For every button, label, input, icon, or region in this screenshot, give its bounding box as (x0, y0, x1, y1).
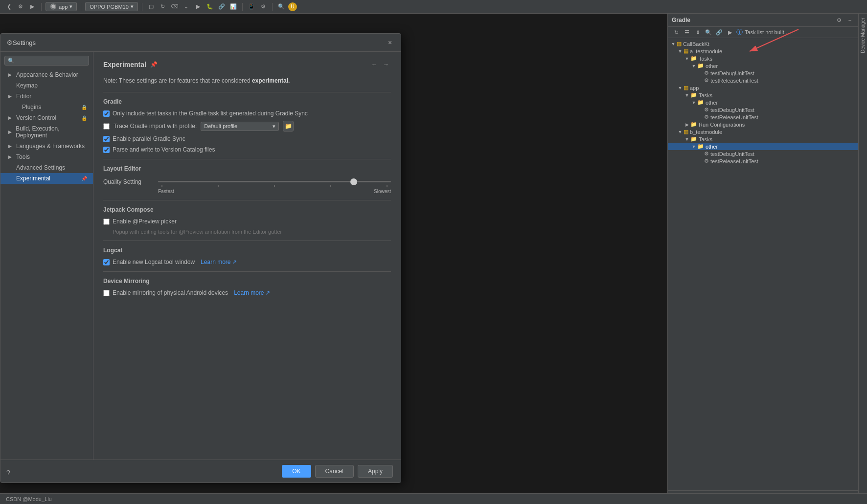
run-icon[interactable]: ▶ (27, 2, 37, 12)
expand-arrow-vc: ▶ (8, 115, 14, 120)
gradle-close-icon[interactable]: − (845, 16, 854, 24)
folder-icon-other-a: 📁 (697, 63, 704, 69)
tree-item-testDebugUnitTest-b[interactable]: ⚙ testDebugUnitTest (668, 150, 858, 157)
quality-slider[interactable] (158, 181, 391, 182)
sidebar-item-appearance[interactable]: ▶ Appearance & Behavior (0, 69, 93, 80)
tree-item-app[interactable]: ▼ ▦ app (668, 84, 858, 91)
mirroring-checkbox[interactable] (103, 290, 110, 296)
device-manager-tab[interactable]: Device Manager (860, 18, 866, 53)
trace-profile-dropdown[interactable]: Default profile ▾ (201, 122, 279, 131)
note-text: Note: These settings are for features th… (103, 77, 391, 84)
back-icon[interactable]: ❮ (4, 2, 14, 12)
sidebar-item-version-control[interactable]: ▶ Version Control 🔒 (0, 112, 93, 123)
apply-button[interactable]: Apply (358, 465, 393, 478)
logcat-learn-more-icon: ↗ (232, 259, 237, 265)
slider-ticks (158, 185, 391, 187)
tree-item-tasks-a[interactable]: ▼ 📁 Tasks (668, 55, 858, 62)
new-logcat-checkbox[interactable] (103, 259, 110, 265)
module-icon-b: ▦ (684, 129, 688, 135)
trace-gradle-label: Trace Gradle import with profile: (114, 123, 197, 130)
tree-item-tasks-app[interactable]: ▼ 📁 Tasks (668, 91, 858, 99)
logcat-learn-more-link[interactable]: Learn more ↗ (201, 259, 236, 265)
only-test-tasks-checkbox[interactable] (103, 110, 110, 117)
ok-button[interactable]: OK (282, 465, 311, 478)
trace-gradle-checkbox[interactable] (103, 123, 110, 130)
mirroring-learn-more-icon: ↗ (265, 289, 270, 296)
sidebar-keymap-label: Keymap (16, 82, 38, 89)
arrow-run-configs: ▶ (684, 122, 690, 127)
tree-item-other-b[interactable]: ▼ 📁 other (668, 143, 858, 150)
gradle-settings-icon[interactable]: ⚙ (835, 16, 844, 24)
label-callbackkt: CallBackKt (683, 41, 709, 47)
tree-item-tasks-b[interactable]: ▼ 📁 Tasks (668, 135, 858, 143)
close-button[interactable]: × (385, 38, 395, 47)
module-icon-a: ▦ (684, 48, 688, 54)
arrow-a-testmodule: ▼ (677, 49, 684, 54)
trace-folder-button[interactable]: 📁 (283, 121, 294, 131)
coverage-icon[interactable]: 📊 (228, 2, 238, 12)
sidebar-item-experimental[interactable]: Experimental 📌 (0, 173, 93, 184)
nav-forward-arrow[interactable]: → (381, 60, 391, 69)
debug-icon[interactable]: 🐛 (205, 2, 215, 12)
logcat-divider (103, 241, 391, 241)
label-b-testmodule: b_testmodule (690, 129, 722, 135)
settings-search-input[interactable] (4, 56, 89, 66)
gradle-link-icon[interactable]: 🔗 (715, 28, 724, 37)
spacer-release-b (697, 159, 704, 164)
tree-item-other-a[interactable]: ▼ 📁 other (668, 62, 858, 69)
quality-speed-labels: Fastest Slowest (158, 189, 391, 194)
sidebar-item-tools[interactable]: ▶ Tools (0, 152, 93, 162)
parallel-sync-checkbox[interactable] (103, 136, 110, 142)
device-manager-icon[interactable]: 📱 (247, 2, 256, 12)
experimental-pin-icon: 📌 (81, 176, 87, 181)
profile-icon[interactable]: ▶ (193, 2, 203, 12)
tree-item-testDebugUnitTest-app[interactable]: ⚙ testDebugUnitTest (668, 106, 858, 113)
avd-manager-icon[interactable]: ⚙ (258, 2, 268, 12)
tree-item-callbackkt[interactable]: ▼ ▦ CallBackKt (668, 40, 858, 47)
app-dropdown[interactable]: 🔘 app ▾ (46, 2, 77, 11)
compose-divider (103, 200, 391, 200)
device-dropdown[interactable]: OPPO PGBM10 ▾ (85, 2, 137, 11)
help-button[interactable]: ? (6, 469, 10, 477)
slowest-label: Slowest (374, 189, 391, 194)
jetpack-compose-title: Jetpack Compose (103, 206, 391, 213)
only-test-tasks-row: Only include test tasks in the Gradle ta… (103, 110, 391, 117)
sidebar-item-build[interactable]: ▶ Build, Execution, Deployment (0, 123, 93, 141)
tree-item-b-testmodule[interactable]: ▼ ▦ b_testmodule (668, 128, 858, 135)
gradle-icon[interactable]: ⚙ (16, 2, 25, 12)
tree-item-a-testmodule[interactable]: ▼ ▦ a_testmodule (668, 47, 858, 55)
gradle-search-icon[interactable]: 🔍 (704, 28, 713, 37)
sep1 (41, 3, 42, 11)
mirroring-learn-more-link[interactable]: Learn more ↗ (234, 289, 270, 296)
tree-item-testReleaseUnitTest-a[interactable]: ⚙ testReleaseUnitTest (668, 77, 858, 84)
tree-item-run-configs[interactable]: ▶ 📁 Run Configurations (668, 121, 858, 128)
search-icon[interactable]: 🔍 (276, 2, 286, 12)
attach-icon[interactable]: 🔗 (217, 2, 227, 12)
sidebar-item-advanced[interactable]: Advanced Settings (0, 162, 93, 173)
task-icon-release-app: ⚙ (704, 114, 709, 120)
new-logcat-label: Enable new Logcat tool window (113, 259, 195, 265)
nav-back-arrow[interactable]: ← (369, 60, 379, 69)
sdk-icon[interactable]: ⌄ (182, 2, 191, 12)
cancel-button[interactable]: Cancel (315, 465, 354, 478)
tree-item-other-app[interactable]: ▼ 📁 other (668, 99, 858, 106)
sync-icon[interactable]: ↻ (158, 2, 168, 12)
sidebar-item-languages[interactable]: ▶ Languages & Frameworks (0, 141, 93, 152)
gradle-refresh-icon[interactable]: ↻ (672, 28, 681, 37)
sidebar-item-plugins[interactable]: Plugins 🔒 (0, 102, 93, 112)
gradle-list-icon[interactable]: ☰ (683, 28, 691, 37)
tree-item-testReleaseUnitTest-b[interactable]: ⚙ testReleaseUnitTest (668, 157, 858, 165)
sidebar-item-editor[interactable]: ▶ Editor (0, 91, 93, 102)
gradle-expand-icon[interactable]: ⇕ (693, 28, 702, 37)
status-bar: CSDN @Modu_Liu (0, 493, 867, 504)
version-catalog-label: Parse and write to Version Catalog files (113, 146, 215, 153)
gradle-run-icon[interactable]: ▶ (726, 28, 734, 37)
spacer-keymap (8, 83, 14, 88)
tree-item-testDebugUnitTest-a[interactable]: ⚙ testDebugUnitTest (668, 69, 858, 77)
preview-picker-checkbox[interactable] (103, 219, 110, 225)
avd-icon[interactable]: ⌫ (170, 2, 180, 12)
build-icon[interactable]: ▢ (146, 2, 156, 12)
sidebar-item-keymap[interactable]: Keymap (0, 80, 93, 91)
tree-item-testReleaseUnitTest-app[interactable]: ⚙ testReleaseUnitTest (668, 113, 858, 121)
version-catalog-checkbox[interactable] (103, 147, 110, 153)
